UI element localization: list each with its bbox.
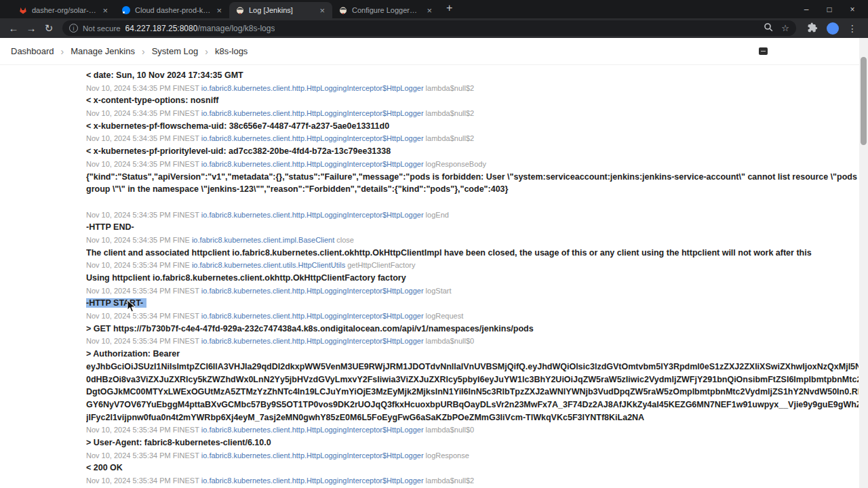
tab-close-icon[interactable]: × [100,5,110,16]
forward-icon[interactable]: → [23,20,39,37]
window-controls: – □ × [799,5,868,14]
profile-avatar[interactable] [827,22,839,35]
log-message-line: {"kind":"Status","apiVersion":"v1","meta… [86,171,859,184]
tab-cloud-console[interactable]: Cloud dasher-prod-k8s-us-east × [115,2,229,18]
log-meta-line: Nov 10, 2024 5:35:34 PM FINEST io.fabric… [86,449,859,462]
not-secure-icon[interactable]: i [69,24,78,33]
url-path: /manage/log/k8s-logs [197,24,275,33]
log-meta-line: Nov 10, 2024 5:35:34 PM FINE io.fabric8.… [86,259,859,272]
jenkins-log-page: Dashboard › Manage Jenkins › System Log … [0,38,868,488]
bookmark-star-icon[interactable]: ☆ [781,23,789,33]
log-message-line: < x-kubernetes-pf-prioritylevel-uid: ad7… [86,145,859,158]
log-message-line: > User-Agent: fabric8-kubernetes-client/… [86,436,859,449]
tab-title: Configure Loggers for Jenkins [352,6,420,14]
omnibox-actions: ☆ [764,22,789,35]
jenkins-icon [338,5,348,15]
log-message-line: Using httpclient io.fabric8.kubernetes.c… [86,272,859,285]
breadcrumb-k8s-logs[interactable]: k8s-logs [215,46,248,56]
log-message-line: group \"\" in the namespace \"jenkins-12… [86,183,859,196]
breadcrumb-dashboard[interactable]: Dashboard [11,46,54,56]
browser-window: dasher-org/solar-system - solar × Cloud … [0,0,868,488]
tab-jenkins-log[interactable]: Log [Jenkins] × [229,2,332,18]
jenkins-icon [235,5,245,15]
url-host: 64.227.187.25:8080 [125,24,198,33]
log-meta-line: Nov 10, 2024 5:35:34 PM FINEST io.fabric… [86,285,859,298]
chevron-right-icon: › [61,46,64,57]
zoom-magnifier-icon[interactable] [764,22,773,35]
log-meta-line: Nov 10, 2024 5:35:34 PM FINEST io.fabric… [86,474,859,487]
tab-close-icon[interactable]: × [425,5,434,16]
log-message-line: jIFyc2l1vijpnw0fua0n4t2mYWRbp6Xj4eyM_7as… [86,411,859,424]
log-message-line: DgtOGJkMC00MTYxLWExOGUtMzA5ZTMzYzZhNTc4I… [86,386,859,399]
gitlab-icon [18,5,28,15]
log-meta-line: Nov 10, 2024 5:35:34 PM FINEST io.fabric… [86,335,859,348]
tab-title: Cloud dasher-prod-k8s-us-east [135,6,210,14]
reload-icon[interactable]: ↻ [41,20,57,37]
log-message-line: 0dHBzOi8va3ViZXJuZXRlcy5kZWZhdWx0LnN2Yy5… [86,373,859,386]
close-window-icon[interactable]: × [845,5,860,14]
log-message-line: < 200 OK [86,462,859,474]
breadcrumb-manage-jenkins[interactable]: Manage Jenkins [71,46,135,56]
tab-title: dasher-org/solar-system - solar [32,6,96,14]
browser-toolbar: ← → ↻ i Not secure 64.227.187.25:8080/ma… [0,18,868,38]
back-icon[interactable]: ← [5,20,22,37]
breadcrumb-action-icon[interactable] [759,47,768,55]
log-meta-line: Nov 10, 2024 5:34:35 PM FINEST io.fabric… [86,132,859,145]
log-message-line: GY6NyV7OV67YuEbggM4pttaBXvGCMbc57By9S5OT… [86,399,859,411]
log-message-line: > Authorization: Bearer [86,348,859,361]
chevron-right-icon: › [205,46,208,57]
log-output: < date: Sun, 10 Nov 2024 17:34:35 GMTNov… [0,65,868,487]
log-meta-line: Nov 10, 2024 5:34:35 PM FINEST io.fabric… [86,209,859,222]
tab-close-icon[interactable]: × [214,5,224,16]
tab-close-icon[interactable]: × [317,5,327,16]
browser-menu-icon[interactable]: ⋮ [848,23,857,34]
log-message-line: < x-kubernetes-pf-flowschema-uid: 38c656… [86,120,859,133]
log-meta-line: Nov 10, 2024 5:35:34 PM FINEST io.fabric… [86,424,859,436]
breadcrumb-system-log[interactable]: System Log [152,46,199,56]
extensions-puzzle-icon[interactable] [807,22,818,35]
log-message-line: < x-content-type-options: nosniff [86,94,859,107]
scrollbar[interactable] [859,38,868,488]
log-meta-line: Nov 10, 2024 5:34:35 PM FINEST io.fabric… [86,158,859,171]
log-meta-line: Nov 10, 2024 5:35:34 PM FINEST io.fabric… [86,310,859,323]
mouse-cursor [127,300,136,313]
minimize-icon[interactable]: – [799,5,814,14]
tab-configure-loggers[interactable]: Configure Loggers for Jenkins × [332,2,439,18]
scrollbar-thumb[interactable] [861,57,867,145]
tab-strip: dasher-org/solar-system - solar × Cloud … [0,0,868,18]
toolbar-right: ⋮ [804,22,863,35]
log-message-line: > GET https://7b730b7f-c4e4-47fd-929a-23… [86,323,859,336]
new-tab-button[interactable]: + [439,2,459,17]
tab-solar-system[interactable]: dasher-org/solar-system - solar × [12,2,115,18]
log-message-line: -HTTP END- [86,221,859,234]
maximize-icon[interactable]: □ [822,5,837,14]
log-meta-line: Nov 10, 2024 5:34:35 PM FINE io.fabric8.… [86,234,859,247]
log-message-line: eyJhbGciOiJSUzI1NiIsImtpZCI6IlA3VHJIa29q… [86,361,859,373]
digitalocean-icon [121,5,131,15]
address-bar[interactable]: i Not secure 64.227.187.25:8080/manage/l… [62,20,796,36]
security-label[interactable]: Not secure [83,24,121,33]
log-message-line: The client and associated httpclient io.… [86,247,859,260]
log-meta-line: Nov 10, 2024 5:34:35 PM FINEST io.fabric… [86,107,859,120]
selected-text: -HTTP START- [86,298,146,308]
log-meta-line: Nov 10, 2024 5:34:35 PM FINEST io.fabric… [86,82,859,95]
log-blank-line [86,196,859,209]
url-text[interactable]: 64.227.187.25:8080/manage/log/k8s-logs [125,24,275,33]
tab-title: Log [Jenkins] [249,6,313,14]
breadcrumb: Dashboard › Manage Jenkins › System Log … [0,38,868,65]
log-message-line: < date: Sun, 10 Nov 2024 17:34:35 GMT [86,69,859,82]
log-message-line: -HTTP START- [86,297,859,310]
chevron-right-icon: › [142,46,145,57]
